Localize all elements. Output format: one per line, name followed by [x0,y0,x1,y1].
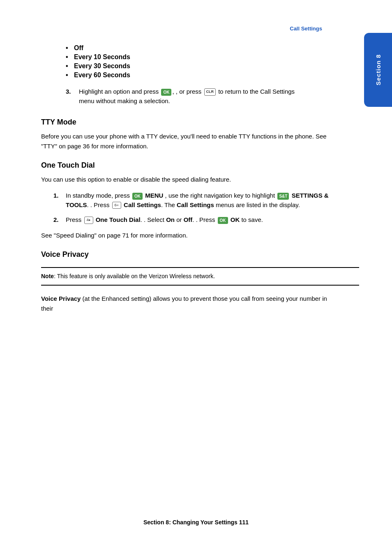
tty-mode-heading: TTY Mode [41,118,359,127]
call-settings-label: Call Settings [124,201,161,208]
step-2-content: Press 4▸ One Touch Dial. . Select On or … [66,215,263,225]
page-footer: Section 8: Changing Your Settings 111 [0,519,392,526]
step-3-content: Highlight an option and press OK, , or p… [79,87,304,106]
step-2-press: . Press [196,216,215,223]
step-1: 1. In standby mode, press OK MENU , use … [53,191,333,210]
step-1-middle: , use the right navigation key to highli… [165,192,275,199]
see-speed-dialing: See "Speed Dialing" on page 71 for more … [41,231,337,240]
one-touch-dial-label: One Touch Dial [96,216,141,223]
tty-mode-body: Before you can use your phone with a TTY… [41,131,337,151]
bullet-list: Off Every 10 Seconds Every 30 Seconds Ev… [66,44,359,79]
call-settings-icon: 6= [112,202,121,209]
step-2-text: Press [66,216,81,223]
step-2: 2. Press 4▸ One Touch Dial. . Select On … [53,215,333,225]
save-text: to save. [241,216,263,223]
ok-icon: OK [161,89,171,96]
list-item: Off [66,44,359,52]
on-label: On [166,216,175,223]
one-touch-dial-body: You can use this option to enable or dis… [41,175,337,185]
voice-privacy-bold: Voice Privacy [41,295,81,302]
note-box: Note: This feature is only available on … [41,267,359,286]
off-label: Off [184,216,193,223]
call-settings-bold: Call Settings [177,201,214,208]
page-header: Call Settings [41,25,359,32]
ok-label: OK [231,216,240,223]
four-icon: 4▸ [84,217,93,224]
settings-icon: S&T [277,193,289,200]
voice-privacy-body: Voice Privacy (at the Enhanced setting) … [41,294,337,314]
one-touch-dial-heading: One Touch Dial [41,161,359,170]
list-item: Every 30 Seconds [66,62,359,70]
header-title: Call Settings [290,25,322,32]
list-item: Every 10 Seconds [66,53,359,61]
step-3-text-before: Highlight an option and press [79,88,159,95]
steps-container: 1. In standby mode, press OK MENU , use … [53,191,359,225]
step-1-last: menus are listed in the display. [216,201,300,208]
voice-privacy-heading: Voice Privacy [41,250,359,259]
menu-label: MENU [145,192,163,199]
menu-ok-icon: OK [132,193,143,200]
step-3: 3. Highlight an option and press OK, , o… [66,87,304,106]
or-label: or [176,216,182,223]
step-3-number: 3. [66,87,74,106]
step-3-middle: , or press [176,88,202,95]
step-2-middle: . Select [144,216,164,223]
footer-text: Section 8: Changing Your Settings 111 [143,519,249,526]
clr-icon: CLR [204,88,216,96]
ok-icon-2: OK [218,217,228,224]
step-1-number: 1. [53,191,61,210]
step-1-text: In standby mode, press [66,192,130,199]
section-tab: Section 8 [364,33,392,107]
step-1-end: . Press [90,201,110,208]
page-container: Section 8 Call Settings Off Every 10 Sec… [0,0,392,542]
step-1-content: In standby mode, press OK MENU , use the… [66,191,333,210]
list-item: Every 60 Seconds [66,71,359,79]
note-text: : This feature is only available on the … [54,273,215,279]
step-2-number: 2. [53,215,61,225]
note-label: Note [41,273,54,279]
voice-privacy-text: (at the Enhanced setting) allows you to … [41,295,327,312]
section-tab-label: Section 8 [375,54,382,85]
